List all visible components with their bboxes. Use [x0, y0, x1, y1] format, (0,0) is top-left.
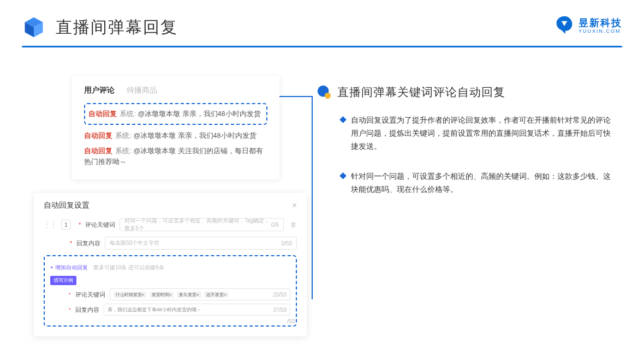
system-label: 系统:	[115, 147, 131, 155]
ex-keyword-input[interactable]: 什么时候发货× 发货时间× 多久发货× 还不发货× 20/50	[110, 288, 290, 300]
tab-pending-goods[interactable]: 待播商品	[127, 86, 157, 95]
bullet-item: 自动回复设置为了提升作者的评论回复效率，作者可在开播前针对常见的评论用户问题，提…	[317, 114, 617, 153]
example-section: + 增加自动回复 最多可建10条 还可以创建9条 填写示例 * 评论关键词 什么…	[44, 255, 297, 327]
tab-user-comments[interactable]: 用户评论	[84, 86, 115, 95]
brand-sub: YUUXIN.COM	[579, 28, 622, 34]
auto-reply-tag: 自动回复	[84, 147, 112, 155]
extra-count: /50	[287, 318, 295, 324]
highlighted-comment: 自动回复 系统: @冰墩墩本墩 亲亲，我们48小时内发货	[84, 103, 267, 125]
section-title: 直播间弹幕关键词评论自动回复	[337, 85, 505, 100]
tag-chip[interactable]: 什么时候发货×	[114, 292, 147, 298]
comments-card: 用户评论 待播商品 自动回复 系统: @冰墩墩本墩 亲亲，我们48小时内发货 自…	[72, 76, 279, 179]
count: 0/50	[282, 240, 292, 246]
tag-chip[interactable]: 发货时间×	[150, 292, 174, 298]
required-icon: *	[69, 307, 71, 312]
count: 37/50	[273, 307, 287, 313]
keyword-input[interactable]: 对同一个问题，可设置多个相近、高频的关键词，Tag确定，最多5个 0/5	[120, 218, 284, 231]
comment-row: 自动回复 系统: @冰墩墩本墩 关注我们的店铺，每日都有热门推荐呦～	[84, 146, 267, 167]
auto-reply-tag: 自动回复	[84, 132, 112, 140]
auto-reply-tag: 自动回复	[88, 110, 117, 118]
tag-chip[interactable]: 还不发货×	[204, 292, 229, 298]
ex-keyword-label: 评论关键词	[75, 291, 105, 299]
diamond-icon	[339, 116, 347, 123]
count: 20/50	[273, 292, 287, 298]
ex-reply-input[interactable]: 亲，我们这边都是下单48小时内发货的哦～ 37/50	[104, 304, 290, 316]
add-hint: 最多可建10条 还可以创建9条	[93, 264, 164, 270]
required-icon: *	[69, 292, 71, 297]
example-badge: 填写示例	[50, 276, 76, 285]
ex-reply-label: 回复内容	[75, 306, 99, 314]
reply-label: 回复内容	[76, 239, 100, 248]
diamond-icon	[339, 173, 347, 180]
comment-text: @冰墩墩本墩 亲亲，我们48小时内发货	[138, 110, 260, 118]
brand-icon	[554, 15, 574, 35]
bullet-text: 针对同一个问题，可设置多个相近的、高频的关键词。例如：这款多少钱、这块能优惠吗、…	[351, 170, 617, 196]
brand-name: 昱新科技	[579, 16, 622, 29]
comment-row: 自动回复 系统: @冰墩墩本墩 亲亲，我们48小时内发货	[84, 130, 267, 141]
system-label: 系统:	[115, 132, 131, 140]
brand-logo: 昱新科技 YUUXIN.COM	[554, 15, 622, 35]
add-auto-reply-link[interactable]: + 增加自动回复	[50, 264, 88, 270]
count: 0/5	[271, 222, 279, 228]
required-icon: *	[79, 221, 81, 228]
bullet-item: 针对同一个问题，可设置多个相近的、高频的关键词。例如：这款多少钱、这块能优惠吗、…	[317, 170, 617, 196]
close-icon[interactable]: ×	[292, 201, 297, 210]
bullet-text: 自动回复设置为了提升作者的评论回复效率，作者可在开播前针对常见的评论用户问题，提…	[351, 114, 617, 153]
svg-point-5	[325, 93, 331, 99]
placeholder: 每条限50个中文字符	[110, 239, 159, 247]
required-icon: *	[70, 240, 72, 246]
settings-card: 自动回复设置 × ⋮⋮ 1 * 评论关键词 对同一个问题，可设置多个相近、高频的…	[34, 193, 307, 336]
tag-chips: 什么时候发货× 发货时间× 多久发货× 还不发货×	[114, 292, 230, 298]
keyword-label: 评论关键词	[85, 221, 115, 229]
page-title: 直播间弹幕回复	[56, 16, 178, 39]
settings-title: 自动回复设置	[44, 201, 90, 210]
reply-input[interactable]: 每条限50个中文字符 0/50	[105, 237, 297, 250]
ex-reply-text: 亲，我们这边都是下单48小时内发货的哦～	[108, 306, 201, 313]
drag-handle-icon[interactable]: ⋮⋮	[44, 221, 57, 228]
placeholder: 对同一个问题，可设置多个相近、高频的关键词，Tag确定，最多5个	[124, 217, 271, 232]
cube-icon	[22, 15, 46, 39]
tag-chip[interactable]: 多久发货×	[177, 292, 201, 298]
system-label: 系统:	[120, 110, 135, 118]
delete-icon[interactable]: 🗑	[290, 221, 297, 228]
comment-text: @冰墩墩本墩 亲亲，我们48小时内发货	[133, 132, 256, 140]
index-badge: 1	[61, 220, 71, 230]
